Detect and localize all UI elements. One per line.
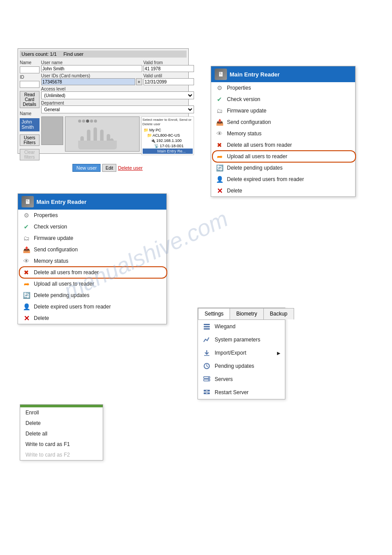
settings-pending-updates[interactable]: Pending updates xyxy=(198,359,285,373)
menu-firmware-top[interactable]: 🗂 Firmware update xyxy=(211,105,355,116)
menu-firmware-mid[interactable]: 🗂 Firmware update xyxy=(18,232,166,244)
svg-rect-2 xyxy=(204,328,210,330)
department-select[interactable]: General xyxy=(41,105,194,113)
menu-memory-status-top[interactable]: 👁 Memory status xyxy=(211,128,355,139)
settings-import-export[interactable]: Import/Export ▶ xyxy=(198,346,285,359)
small-menu-delete[interactable]: Delete xyxy=(20,418,103,428)
context-menu-top-header: 🖥 Main Entry Reader xyxy=(211,66,355,82)
x-icon-top: ✕ xyxy=(216,187,223,195)
svg-rect-0 xyxy=(204,324,210,325)
menu-delete-pending-mid[interactable]: 🔄 Delete pending updates xyxy=(18,290,166,301)
name-list-label: Name xyxy=(20,111,40,116)
context-menu-top-title: Main Entry Reader xyxy=(230,71,280,78)
department-label: Department xyxy=(41,101,194,105)
menu-delete-users-top[interactable]: ✖ Delete all users from reader xyxy=(211,139,355,151)
select-reader-label: Select reader to Enroll, Send or Delete … xyxy=(143,118,193,126)
restart-server-icon xyxy=(202,388,211,397)
send-config-icon: 📤 xyxy=(216,118,223,126)
id-add-button[interactable]: + xyxy=(136,78,142,85)
clear-filters-button[interactable]: Clear filters xyxy=(20,149,40,160)
submenu-arrow-import: ▶ xyxy=(277,351,281,355)
menu-delete-mid[interactable]: ✕ Delete xyxy=(18,312,166,324)
expired-icon-mid: 👤 xyxy=(22,303,30,311)
menu-send-config-mid[interactable]: 📤 Send configuration xyxy=(18,244,166,255)
user-id-input[interactable] xyxy=(41,78,135,85)
settings-restart-server[interactable]: Restart Server xyxy=(198,386,285,399)
id-input[interactable] xyxy=(20,81,40,88)
small-menu-enroll[interactable]: Enroll xyxy=(20,407,103,418)
delete-users-icon: ✖ xyxy=(216,141,223,149)
menu-delete-users-mid[interactable]: ✖ Delete all users from reader xyxy=(18,267,166,278)
delete-users-icon-mid: ✖ xyxy=(22,268,30,276)
read-card-button[interactable]: Read Card Details xyxy=(20,91,40,108)
id-label: ID xyxy=(20,75,40,80)
menu-delete-expired-mid[interactable]: 👤 Delete expired users from reader xyxy=(18,301,166,312)
access-level-select[interactable]: (Unlimited) xyxy=(41,91,194,99)
valid-from-input[interactable] xyxy=(144,65,194,72)
user-count-label: Users count: 1/1 xyxy=(22,51,57,57)
system-params-icon xyxy=(202,335,211,344)
user-panel-title: Users count: 1/1 Find user xyxy=(20,51,187,58)
import-export-icon xyxy=(202,348,211,357)
tree-sub-ip[interactable]: 📡 17-01-18-001 xyxy=(143,143,193,149)
menu-delete-expired-top[interactable]: 👤 Delete expired users from reader xyxy=(211,174,355,185)
menu-send-config-top[interactable]: 📤 Send configuration xyxy=(211,116,355,128)
tree-area: Select reader to Enroll, Send or Delete … xyxy=(141,116,194,155)
pending-updates-icon xyxy=(202,362,211,370)
menu-properties-mid[interactable]: ⚙ Properties xyxy=(18,210,166,221)
x-icon-mid: ✕ xyxy=(22,314,30,322)
upload-icon-mid: ➦ xyxy=(22,280,30,288)
reader-thumb-icon-mid: 🖥 xyxy=(22,196,34,207)
tree-mypc[interactable]: 📁 My PC xyxy=(143,127,193,133)
small-menu-write-f2: Write to card as F2 xyxy=(20,450,103,460)
tree-ip[interactable]: 🔌 192.168.1.100 xyxy=(143,138,193,143)
settings-wiegand[interactable]: Wiegand xyxy=(198,320,285,333)
tree-acl[interactable]: 📁 ACL800-8C-US xyxy=(143,133,193,138)
settings-system-params[interactable]: System parameters xyxy=(198,333,285,346)
user-ids-label: User IDs (Card numbers) xyxy=(41,73,142,78)
find-user-label: Find user xyxy=(63,51,83,57)
firmware-icon: 🗂 xyxy=(216,107,223,115)
send-config-icon-mid: 📤 xyxy=(22,246,30,254)
settings-tabs: Settings Biometry Backup xyxy=(198,308,285,320)
access-level-label: Access level xyxy=(41,87,194,91)
pending-icon-mid: 🔄 xyxy=(22,291,30,299)
small-context-menu: Enroll Delete Delete all Write to card a… xyxy=(20,404,103,461)
memory-icon: 👁 xyxy=(216,130,223,138)
delete-user-button[interactable]: Delete user xyxy=(118,164,143,172)
tab-settings[interactable]: Settings xyxy=(198,308,230,319)
pending-icon: 🔄 xyxy=(216,164,223,172)
firmware-icon-mid: 🗂 xyxy=(22,234,30,242)
new-user-button[interactable]: New user xyxy=(72,164,101,172)
user-panel: Users count: 1/1 Find user Name ID Read … xyxy=(18,48,189,154)
check-icon: ✔ xyxy=(216,95,223,103)
users-filters-button[interactable]: Users Filters xyxy=(20,134,40,146)
wiegand-icon xyxy=(202,322,211,331)
fingerprint-area[interactable] xyxy=(65,116,140,152)
svg-point-6 xyxy=(208,377,209,378)
name-input[interactable] xyxy=(20,66,40,73)
small-menu-delete-all[interactable]: Delete all xyxy=(20,428,103,439)
check-icon-mid: ✔ xyxy=(22,223,30,231)
menu-upload-users-mid[interactable]: ➦ Upload all users to reader xyxy=(18,278,166,290)
menu-memory-status-mid[interactable]: 👁 Memory status xyxy=(18,255,166,267)
menu-check-version-mid[interactable]: ✔ Check version xyxy=(18,221,166,232)
menu-upload-users-top[interactable]: ➦ Upload all users to reader xyxy=(211,151,355,162)
user-name-selected: John Smith xyxy=(20,118,40,131)
settings-servers[interactable]: Servers xyxy=(198,373,285,386)
valid-until-input[interactable] xyxy=(144,78,194,85)
menu-delete-top[interactable]: ✕ Delete xyxy=(211,185,355,196)
menu-delete-pending-top[interactable]: 🔄 Delete pending updates xyxy=(211,162,355,174)
gear-icon-mid: ⚙ xyxy=(22,211,30,219)
menu-check-version-top[interactable]: ✔ Check version xyxy=(211,94,355,105)
tab-backup[interactable]: Backup xyxy=(263,308,294,319)
edit-button[interactable]: Edit xyxy=(102,164,116,172)
context-menu-top-right: 🖥 Main Entry Reader ⚙ Properties ✔ Check… xyxy=(211,66,356,197)
small-menu-write-f1[interactable]: Write to card as F1 xyxy=(20,439,103,450)
tab-biometry[interactable]: Biometry xyxy=(230,308,263,319)
user-name-input[interactable] xyxy=(41,65,142,72)
menu-properties-top[interactable]: ⚙ Properties xyxy=(211,82,355,94)
gear-icon: ⚙ xyxy=(216,84,223,92)
valid-from-label: Valid from xyxy=(144,60,194,65)
tree-reader[interactable]: Main Entry Re... xyxy=(143,149,193,154)
